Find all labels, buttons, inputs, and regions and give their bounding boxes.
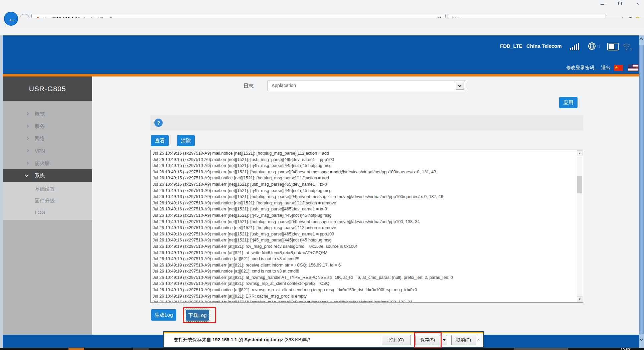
save-button[interactable]: 保存(S) [415, 335, 440, 345]
sidebar-item[interactable]: 服务 [3, 120, 92, 132]
log-line: Jul 26 10:49:15 (zx297510-A9) mail.err [… [153, 157, 576, 163]
log-line: Jul 26 10:49:19 (zx297510-A9) mail.notic… [153, 287, 576, 293]
screen: × ← → http://192.168.1.1/index.html#loca… [0, 0, 644, 350]
notification-accent-line [164, 332, 483, 333]
tab-bar: USR-G805 × ✦ [0, 18, 644, 27]
wifi-x-mark: x [630, 47, 632, 51]
back-icon: ← [8, 15, 15, 23]
window-minimize-button[interactable] [598, 1, 607, 6]
log-line: Jul 26 10:49:16 (zx297510-A9) mail.notic… [153, 225, 576, 231]
updown-arrows-icon: ↑↓ [597, 43, 600, 48]
log-field-label: 日志 [244, 80, 254, 91]
background-window-edge [0, 35, 3, 348]
save-dropdown-icon[interactable] [441, 335, 447, 345]
sidebar-submenu: 基础设置固件升级LOG [3, 182, 92, 220]
log-lines: Jul 26 10:49:15 (zx297510-A9) mail.notic… [153, 150, 576, 303]
window-titlebar: × [0, 0, 644, 7]
clear-log-button[interactable]: 清除 [177, 135, 195, 146]
chevron-down-icon [25, 173, 28, 177]
page-scrollbar[interactable] [639, 35, 644, 348]
log-type-selected-value: Applacation [272, 80, 296, 91]
sidebar-item[interactable]: 概览 [3, 108, 92, 120]
sidebar-menu: 概览 服务 网络 VPN 防火墙 [3, 108, 92, 169]
notification-close-icon[interactable]: × [477, 337, 480, 342]
chevron-right-icon [26, 112, 29, 116]
download-message: 要打开或保存来自 192.168.1.1 的 SystemLog.tar.gz … [174, 337, 310, 343]
log-scroll-up-icon[interactable]: ▲ [577, 150, 583, 156]
sidebar: USR-G805 概览 服务 网络 VPN 防火墙 系统 基础设置固件升级LOG [3, 76, 92, 335]
log-line: Jul 26 10:49:16 (zx297510-A9) mail.err [… [153, 219, 576, 225]
sidebar-item-system-active[interactable]: 系统 [3, 169, 92, 182]
header-accent-bar [3, 74, 639, 76]
chevron-right-icon [26, 162, 29, 165]
taskbar-clock: 10:50 [621, 348, 630, 350]
sidebar-subitem[interactable]: 基础设置 [3, 183, 92, 195]
log-line: Jul 26 10:49:16 (zx297510-A9) mail.notic… [153, 200, 576, 206]
chevron-right-icon [26, 125, 29, 128]
log-line: Jul 26 10:49:16 (zx297510-A9) mail.err [… [153, 194, 576, 200]
page-header: ® 有人物联网 工业物联网通信专家 FDD_LTE China Telecom … [3, 35, 639, 74]
log-line: Jul 26 10:49:19 (zx297510-A9) mail.err [… [153, 250, 576, 256]
log-scrollbar[interactable]: ▲ ▼ [577, 150, 583, 302]
log-scroll-thumb[interactable] [577, 176, 582, 193]
signal-strength-icon [570, 43, 581, 50]
log-line: Jul 26 10:49:15 (zx297510-A9) mail.err [… [153, 188, 576, 194]
scrollbar-thumb[interactable] [639, 45, 644, 334]
sidebar-subitem[interactable]: 固件升级 [3, 195, 92, 206]
browser-navigation-bar: ← → http://192.168.1.1/index.html#locall… [0, 7, 644, 18]
log-line: Jul 26 10:49:19 (zx297510-A9) mail.err [… [153, 243, 576, 250]
window-close-button[interactable]: × [633, 1, 642, 6]
help-icon[interactable]: ? [154, 119, 163, 127]
taskbar-active-app[interactable] [68, 348, 84, 350]
logout-link[interactable]: 退出 [601, 65, 610, 71]
scrollbar-up-icon[interactable] [639, 37, 643, 41]
taskbar-app[interactable] [133, 348, 149, 350]
log-scroll-down-icon[interactable]: ▼ [577, 296, 583, 302]
log-line: Jul 26 10:49:19 (zx297510-A9) mail.err [… [153, 275, 576, 281]
favorites-bar: ★ [0, 27, 644, 35]
network-type-label: FDD_LTE [500, 43, 522, 49]
language-flag-cn[interactable]: ★ [614, 65, 623, 71]
sim-card-icon [607, 43, 619, 50]
sidebar-item[interactable]: 防火墙 [3, 157, 92, 169]
log-line: Jul 26 10:49:15 (zx297510-A9) mail.err [… [153, 299, 576, 303]
taskbar[interactable]: 10:50 [0, 348, 644, 350]
log-line: Jul 26 10:49:19 (zx297510-A9) mail.err [… [153, 281, 576, 287]
log-line: Jul 26 10:49:16 (zx297510-A9) mail.err [… [153, 212, 576, 219]
globe-traffic-icon: ↑↓ [588, 42, 603, 51]
language-flag-us[interactable] [628, 64, 638, 71]
sidebar-item[interactable]: VPN [3, 145, 92, 157]
device-name: USR-G805 [3, 76, 92, 101]
log-output-area[interactable]: Jul 26 10:49:15 (zx297510-A9) mail.notic… [150, 150, 583, 303]
log-line: Jul 26 10:49:16 (zx297510-A9) mail.err [… [153, 231, 576, 237]
download-notification-bar: 要打开或保存来自 192.168.1.1 的 SystemLog.tar.gz … [163, 331, 484, 348]
chevron-right-icon [26, 137, 29, 140]
back-button[interactable]: ← [4, 12, 18, 26]
apply-button[interactable]: 应用 [559, 97, 578, 108]
sidebar-subitem[interactable]: LOG [3, 206, 92, 218]
open-button[interactable]: 打开(O) [382, 335, 411, 345]
log-line: Jul 26 10:49:15 (zx297510-A9) mail.err [… [153, 169, 576, 175]
log-line: Jul 26 10:49:19 (zx297510-A9) mail.err [… [153, 262, 576, 269]
select-dropdown-icon[interactable] [456, 82, 464, 90]
scrollbar-down-icon[interactable] [639, 337, 643, 341]
taskbar-app[interactable] [514, 348, 568, 350]
carrier-label: China Telecom [526, 43, 562, 49]
log-type-select[interactable]: Applacation [267, 80, 466, 91]
chevron-right-icon [26, 149, 29, 153]
log-line: Jul 26 10:49:19 (zx297510-A9) mail.notic… [153, 256, 576, 262]
log-line: Jul 26 10:49:15 (zx297510-A9) mail.err [… [153, 163, 576, 169]
sidebar-item[interactable]: 网络 [3, 132, 92, 145]
help-bar: ? [150, 115, 583, 131]
view-log-button[interactable]: 查看 [151, 135, 169, 146]
generate-log-button[interactable]: 生成Log [151, 309, 176, 321]
window-restore-button[interactable] [616, 1, 624, 6]
wifi-disabled-icon: x [622, 43, 631, 51]
cancel-button[interactable]: 取消(C) [451, 335, 476, 345]
log-line: Jul 26 10:49:16 (zx297510-A9) mail.err [… [153, 237, 576, 243]
download-log-button[interactable]: 下载Log [186, 310, 209, 321]
log-line: Jul 26 10:49:15 (zx297510-A9) mail.notic… [153, 175, 576, 181]
log-line: Jul 26 10:49:16 (zx297510-A9) mail.err [… [153, 206, 576, 212]
log-line: Jul 26 10:49:19 (zx297510-A9) mail.err [… [153, 293, 576, 300]
change-password-link[interactable]: 修改登录密码 [566, 65, 594, 71]
